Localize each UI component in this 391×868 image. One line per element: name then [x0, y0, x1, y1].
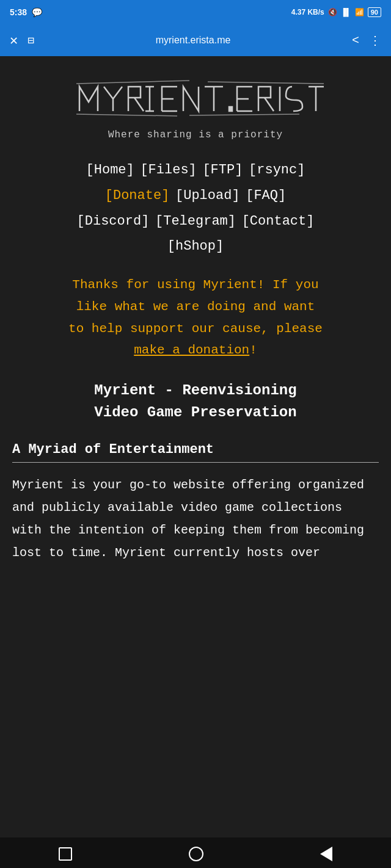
site-subtitle: Myrient - Reenvisioning Video Game Prese… — [12, 380, 379, 424]
subtitle-line1: Myrient - Reenvisioning — [94, 382, 296, 399]
donation-text-1: Thanks for using Myrient! If you — [72, 278, 318, 292]
donation-message: Thanks for using Myrient! If you like wh… — [12, 274, 379, 361]
donation-text-2: like what we are doing and want — [76, 300, 315, 314]
logo-area: Where sharing is a priority — [12, 74, 379, 140]
svg-line-18 — [208, 82, 324, 84]
nav-upload[interactable]: [Upload] — [175, 188, 240, 203]
donation-text-3: to help support our cause, please — [68, 322, 323, 336]
nav-hshop[interactable]: [hShop] — [167, 239, 224, 254]
nav-home[interactable]: [Home] — [86, 162, 134, 178]
nav-ftp[interactable]: [FTP] — [202, 162, 243, 178]
nav-square-button[interactable] — [46, 842, 84, 869]
nav-section: [Home] [Files] [FTP] [rsync] [Donate] [U… — [12, 157, 379, 259]
square-icon — [59, 847, 72, 861]
browser-bar: ✕ ⊟ myrient.erista.me < ⋮ — [0, 24, 391, 56]
more-options-icon[interactable]: ⋮ — [369, 33, 381, 48]
battery-indicator: 90 — [368, 7, 381, 17]
status-left: 5:38 💬 — [10, 7, 42, 17]
section-heading: A Myriad of Entertainment — [12, 442, 379, 457]
nav-telegram[interactable]: [Telegram] — [155, 214, 236, 229]
section-divider — [12, 462, 379, 463]
share-icon[interactable]: < — [352, 34, 359, 48]
svg-line-20 — [189, 114, 299, 115]
data-speed: 4.37 KB/s — [291, 8, 324, 16]
donation-exclamation: ! — [249, 343, 257, 357]
svg-line-17 — [76, 81, 189, 84]
nav-back-button[interactable] — [308, 842, 345, 869]
nav-home-button[interactable] — [177, 842, 216, 869]
home-circle-icon — [189, 847, 203, 861]
status-time: 5:38 — [10, 7, 27, 17]
svg-line-1 — [134, 98, 144, 111]
bottom-nav — [0, 837, 391, 868]
back-triangle-icon — [320, 847, 332, 861]
wifi-icon: 📶 — [355, 8, 364, 16]
mute-icon: 🔇 — [328, 8, 337, 16]
svg-line-19 — [76, 114, 177, 116]
main-content: Where sharing is a priority [Home] [File… — [0, 56, 391, 837]
status-bar: 5:38 💬 4.37 KB/s 🔇 ▐▌ 📶 90 — [0, 0, 391, 24]
svg-rect-9 — [229, 107, 232, 111]
site-logo — [67, 74, 324, 123]
close-button[interactable]: ✕ — [10, 32, 18, 49]
tabs-icon[interactable]: ⊟ — [27, 34, 34, 47]
body-text: Myrient is your go-to website offering o… — [12, 474, 379, 564]
svg-line-12 — [265, 98, 274, 111]
status-right: 4.37 KB/s 🔇 ▐▌ 📶 90 — [291, 7, 381, 17]
nav-contact[interactable]: [Contact] — [242, 214, 315, 229]
nav-rsync[interactable]: [rsync] — [249, 162, 305, 178]
donation-link[interactable]: make a donation — [134, 343, 249, 357]
browser-actions: < ⋮ — [352, 33, 381, 48]
subtitle-line2: Video Game Preservation — [94, 404, 296, 421]
url-bar[interactable]: myrient.erista.me — [44, 35, 342, 46]
nav-faq[interactable]: [FAQ] — [246, 188, 286, 203]
nav-donate[interactable]: [Donate] — [105, 188, 170, 203]
nav-files[interactable]: [Files] — [140, 162, 196, 178]
signal-icon: ▐▌ — [341, 8, 351, 16]
messenger-icon: 💬 — [32, 7, 42, 17]
nav-discord[interactable]: [Discord] — [77, 214, 150, 229]
tagline: Where sharing is a priority — [108, 129, 283, 140]
